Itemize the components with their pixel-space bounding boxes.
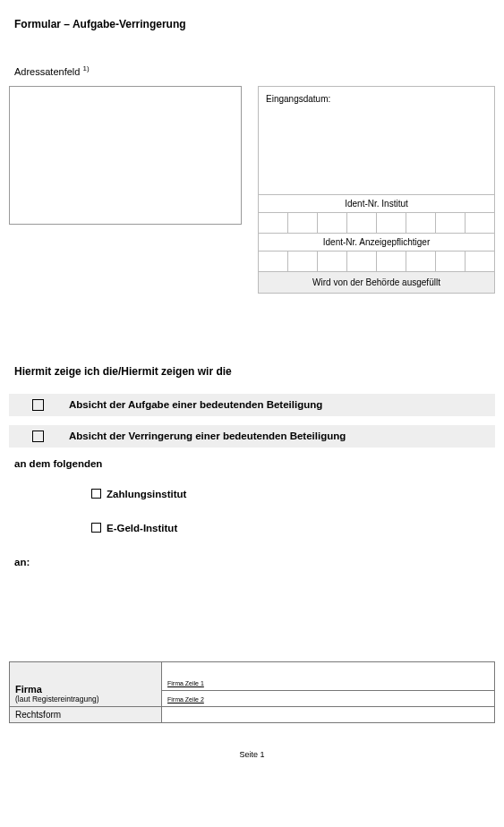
cell[interactable] — [436, 213, 466, 233]
cell[interactable] — [347, 252, 377, 271]
firma-sublabel: (laut Registereintragung) — [15, 695, 156, 703]
cell[interactable] — [406, 213, 436, 233]
option-row-verringerung: Absicht der Verringerung einer bedeutend… — [9, 425, 495, 448]
cell[interactable] — [318, 252, 347, 271]
cell[interactable] — [466, 252, 495, 271]
firma-label: Firma — [15, 684, 156, 695]
label-zahlungsinstitut: Zahlungsinstitut — [107, 489, 186, 499]
an-label: an: — [9, 557, 495, 567]
company-table: Firma (laut Registereintragung) Firma Ze… — [9, 661, 495, 723]
option-label-verringerung: Absicht der Verringerung einer bedeutend… — [69, 431, 346, 441]
page: Formular – Aufgabe-Verringerung Adressat… — [9, 18, 495, 759]
cell[interactable] — [347, 213, 377, 233]
checkbox-zahlungsinstitut[interactable] — [91, 489, 101, 499]
firma-zeile1-label: Firma Zeile 1 — [167, 680, 204, 686]
eingangsdatum-label: Eingangsdatum: — [266, 94, 330, 104]
cell[interactable] — [318, 213, 347, 233]
ident-institut-cells[interactable] — [258, 213, 495, 234]
cell[interactable] — [466, 213, 495, 233]
firma-label-cell: Firma (laut Registereintragung) — [10, 661, 162, 706]
address-label: Adressatenfeld 1) — [9, 64, 495, 77]
rechtsform-label: Rechtsform — [15, 710, 61, 720]
address-label-text: Adressatenfeld — [14, 66, 80, 77]
authority-box: Eingangsdatum: Ident-Nr. Institut Ident-… — [258, 86, 495, 294]
checkbox-verringerung[interactable] — [32, 431, 44, 442]
cell[interactable] — [377, 252, 406, 271]
eingangsdatum-box: Eingangsdatum: — [258, 86, 495, 195]
declaration-text: Hiermit zeige ich die/Hiermit zeigen wir… — [9, 365, 495, 378]
cell[interactable] — [377, 213, 406, 233]
firma-zeile2-cell[interactable]: Firma Zeile 2 — [162, 690, 495, 706]
ident-anzeige-cells[interactable] — [258, 252, 495, 272]
firma-zeile2-label: Firma Zeile 2 — [167, 696, 204, 703]
page-footer: Seite 1 — [9, 750, 495, 759]
firma-zeile1-cell[interactable]: Firma Zeile 1 — [162, 661, 495, 690]
label-egeld: E-Geld-Institut — [107, 523, 177, 533]
cell[interactable] — [406, 252, 436, 271]
address-input-box[interactable] — [9, 86, 242, 225]
top-row: Eingangsdatum: Ident-Nr. Institut Ident-… — [9, 86, 495, 294]
option-label-aufgabe: Absicht der Aufgabe einer bedeutenden Be… — [69, 399, 322, 410]
ident-institut-header: Ident-Nr. Institut — [258, 195, 495, 213]
cell[interactable] — [288, 213, 318, 233]
cell[interactable] — [436, 252, 466, 271]
rechtsform-value-cell[interactable] — [162, 706, 495, 722]
rechtsform-label-cell: Rechtsform — [10, 706, 162, 722]
address-footnote: 1) — [82, 64, 89, 72]
inst-type-zahlung: Zahlungsinstitut — [91, 489, 495, 499]
form-title: Formular – Aufgabe-Verringerung — [9, 18, 495, 30]
ident-anzeige-header: Ident-Nr. Anzeigepflichtiger — [258, 234, 495, 252]
option-row-aufgabe: Absicht der Aufgabe einer bedeutenden Be… — [9, 394, 495, 416]
checkbox-aufgabe[interactable] — [32, 399, 44, 411]
an-dem-folgenden: an dem folgenden — [9, 458, 495, 469]
cell[interactable] — [259, 213, 288, 233]
cell[interactable] — [259, 252, 288, 271]
authority-note: Wird von der Behörde ausgefüllt — [258, 272, 495, 294]
checkbox-egeld[interactable] — [91, 523, 101, 533]
cell[interactable] — [288, 252, 318, 271]
inst-type-egeld: E-Geld-Institut — [91, 523, 495, 533]
